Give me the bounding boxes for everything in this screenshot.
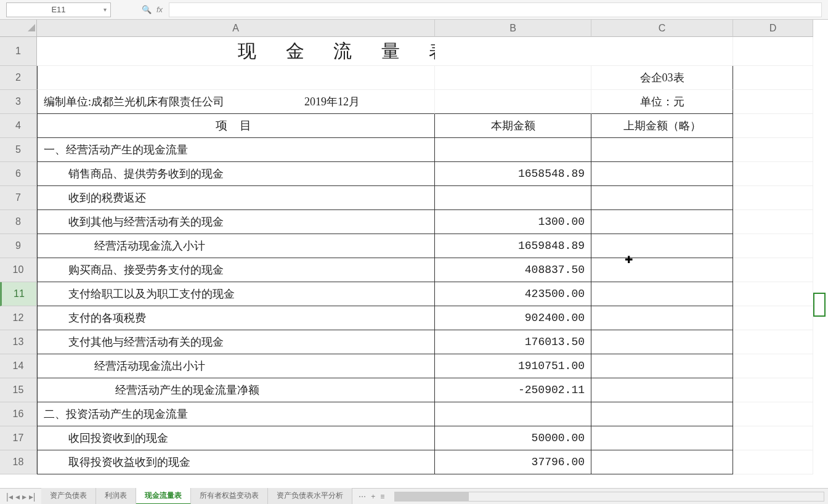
cell[interactable] [733,234,813,258]
cell[interactable]: 一、经营活动产生的现金流量 [37,138,435,162]
cell[interactable]: 购买商品、接受劳务支付的现金 [37,258,435,282]
tab-list-icon[interactable]: ≡ [380,492,384,501]
row-header[interactable]: 11 [0,282,37,306]
cell[interactable]: -250902.11 [435,378,591,402]
scroll-thumb[interactable] [395,492,469,501]
cell[interactable]: 现 金 流 量 表 [37,37,435,66]
cell[interactable] [733,330,813,354]
cell[interactable] [733,354,813,378]
cell[interactable] [435,90,591,114]
cell[interactable]: 二、投资活动产生的现金流量 [37,402,435,426]
sheet-tab[interactable]: 现金流量表 [136,488,191,504]
cell[interactable] [591,37,733,66]
cell[interactable]: 收到其他与经营活动有关的现金 [37,210,435,234]
cell[interactable] [435,66,591,90]
cell[interactable]: 单位：元 [591,90,733,114]
cell[interactable] [37,66,435,90]
cell[interactable] [591,330,733,354]
cell[interactable]: 经营活动现金流出小计 [37,354,435,378]
cell[interactable] [591,402,733,426]
cell[interactable]: 经营活动产生的现金流量净额 [37,378,435,402]
row-header[interactable]: 16 [0,402,37,426]
cell[interactable]: 1659848.89 [435,234,591,258]
cell[interactable] [733,378,813,402]
cell[interactable] [733,114,813,138]
row-header[interactable]: 1 [0,37,37,66]
horizontal-scrollbar[interactable] [394,492,824,502]
cell[interactable] [733,402,813,426]
cell[interactable] [733,258,813,282]
row-header[interactable]: 18 [0,450,37,474]
row-header[interactable]: 9 [0,234,37,258]
cell[interactable]: 支付给职工以及为职工支付的现金 [37,282,435,306]
fx-icon[interactable]: fx [156,5,163,14]
cell[interactable]: 收到的税费返还 [37,186,435,210]
cell[interactable] [591,186,733,210]
cell[interactable]: 支付其他与经营活动有关的现金 [37,330,435,354]
cell[interactable]: 176013.50 [435,330,591,354]
zoom-icon[interactable]: 🔍 [142,5,152,14]
cell[interactable] [733,37,813,66]
cell[interactable]: 上期金额（略） [591,114,733,138]
cell[interactable]: 会企03表 [591,66,733,90]
col-header-A[interactable]: A [37,20,435,37]
cell[interactable]: 经营活动现金流入小计 [37,234,435,258]
row-header[interactable]: 3 [0,90,37,114]
cell[interactable]: 50000.00 [435,426,591,450]
col-header-B[interactable]: B [435,20,591,37]
cell[interactable] [733,282,813,306]
cell[interactable] [733,138,813,162]
last-sheet-icon[interactable]: ▸| [29,492,36,502]
cell[interactable]: 408837.50 [435,258,591,282]
cell[interactable]: 收回投资收到的现金 [37,426,435,450]
cell[interactable] [591,354,733,378]
cell[interactable] [591,258,733,282]
cell[interactable]: 1300.00 [435,210,591,234]
cell[interactable] [591,282,733,306]
row-header[interactable]: 5 [0,138,37,162]
cell[interactable] [733,306,813,330]
first-sheet-icon[interactable]: |◂ [6,492,13,502]
add-sheet-icon[interactable]: + [371,492,375,501]
col-header-C[interactable]: C [591,20,733,37]
cell[interactable]: 1658548.89 [435,162,591,186]
cell[interactable]: 902400.00 [435,306,591,330]
cell[interactable] [435,37,591,66]
formula-input[interactable] [169,2,822,17]
cell[interactable] [591,450,733,474]
cell[interactable] [591,378,733,402]
cell[interactable] [591,210,733,234]
cell[interactable]: 销售商品、提供劳务收到的现金 [37,162,435,186]
cell[interactable] [733,90,813,114]
cell[interactable] [591,234,733,258]
cell[interactable] [733,210,813,234]
row-header[interactable]: 14 [0,354,37,378]
cell[interactable] [733,162,813,186]
sheet-tab[interactable]: 所有者权益变动表 [191,488,268,504]
cell[interactable]: 项 目 [37,114,435,138]
cell[interactable]: 423500.00 [435,282,591,306]
sheet-tab[interactable]: 资产负债表 [41,488,96,504]
cell[interactable] [435,138,591,162]
row-header[interactable]: 7 [0,186,37,210]
row-header[interactable]: 8 [0,210,37,234]
row-header[interactable]: 12 [0,306,37,330]
row-header[interactable]: 15 [0,378,37,402]
next-sheet-icon[interactable]: ▸ [22,492,26,502]
cell[interactable]: 本期金额 [435,114,591,138]
sheet-tab[interactable]: 资产负债表水平分析 [268,488,352,504]
name-box[interactable]: E11 [6,2,111,17]
row-header[interactable]: 13 [0,330,37,354]
col-header-D[interactable]: D [733,20,813,37]
prev-sheet-icon[interactable]: ◂ [15,492,20,502]
cell[interactable] [733,426,813,450]
row-header[interactable]: 10 [0,258,37,282]
cell[interactable]: 37796.00 [435,450,591,474]
cell[interactable]: 支付的各项税费 [37,306,435,330]
row-header[interactable]: 4 [0,114,37,138]
sheet-tab[interactable]: 利润表 [96,488,136,504]
cell[interactable]: 1910751.00 [435,354,591,378]
cell[interactable]: 取得投资收益收到的现金 [37,450,435,474]
cell[interactable] [435,186,591,210]
select-all-corner[interactable] [0,20,37,37]
